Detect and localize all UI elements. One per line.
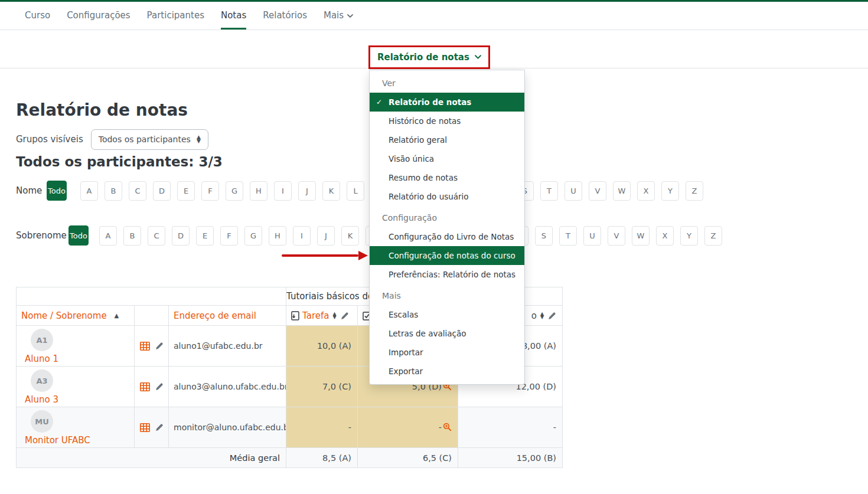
surname-letter-k[interactable]: K (341, 226, 359, 246)
groups-select[interactable]: Todos os participantes ▲▼ (91, 129, 208, 150)
nav-tab-configuracoes[interactable]: Configurações (67, 2, 130, 30)
edit-pencil-icon[interactable] (155, 382, 164, 391)
avatar: A3 (31, 369, 53, 392)
user-grades-grid-icon[interactable] (140, 342, 150, 351)
surname-filter-label: Sobrenome (16, 230, 68, 241)
surname-letter-y[interactable]: Y (680, 226, 698, 246)
firstname-letter-i[interactable]: I (274, 181, 292, 201)
menu-item-visao-unica[interactable]: Visão única (370, 149, 524, 168)
surname-letter-h[interactable]: H (269, 226, 286, 246)
surname-letter-f[interactable]: F (220, 226, 238, 246)
firstname-letter-e[interactable]: E (177, 181, 195, 201)
firstname-letter-c[interactable]: C (129, 181, 146, 201)
menu-item-escalas[interactable]: Escalas (370, 305, 524, 324)
firstname-letter-u[interactable]: U (564, 181, 582, 201)
firstname-letter-z[interactable]: Z (686, 181, 703, 201)
edit-pencil-icon[interactable] (340, 312, 349, 320)
menu-item-configuracao-de-notas-do-curso[interactable]: Configuração de notas do curso (370, 246, 524, 265)
firstname-letter-h[interactable]: H (250, 181, 267, 201)
tarefa-sort-link[interactable]: Tarefa (302, 310, 329, 321)
surname-letter-x[interactable]: X (656, 226, 674, 246)
firstname-letter-j[interactable]: J (298, 181, 316, 201)
menu-item-label: Exportar (389, 367, 423, 376)
surname-letter-v[interactable]: V (608, 226, 625, 246)
firstname-letter-a[interactable]: A (80, 181, 98, 201)
chevron-down-icon (475, 55, 481, 60)
menu-item-importar[interactable]: Importar (370, 343, 524, 362)
firstname-all-button[interactable]: Todo (47, 181, 67, 201)
edit-pencil-icon[interactable] (155, 423, 164, 432)
student-row: MUMonitor UFABCmonitor@aluno.ufabc.edu.b… (17, 407, 563, 448)
nav-tab-relatorios[interactable]: Relatórios (263, 2, 307, 30)
student-name-link[interactable]: Aluno 1 (25, 354, 58, 364)
email-sort-link[interactable]: Endereço de email (174, 310, 256, 321)
average-quiz: 6,5 (C) (358, 448, 458, 468)
menu-item-label: Resumo de notas (389, 173, 458, 182)
grade-cell-tarefa: 7,0 (C) (286, 367, 358, 407)
sort-toggle-icon[interactable]: ▲▼ (540, 312, 544, 319)
zoom-plus-icon[interactable] (443, 423, 452, 431)
check-icon: ✓ (376, 98, 382, 106)
nav-tab-notas[interactable]: Notas (221, 2, 246, 30)
menu-item-exportar[interactable]: Exportar (370, 362, 524, 381)
menu-item-resumo-de-notas[interactable]: Resumo de notas (370, 168, 524, 187)
name-sort-link[interactable]: Nome / Sobrenome (21, 310, 107, 321)
surname-letter-e[interactable]: E (196, 226, 214, 246)
sort-toggle-icon[interactable]: ▲▼ (332, 312, 336, 319)
surname-letter-a[interactable]: A (99, 226, 117, 246)
firstname-letter-k[interactable]: K (322, 181, 340, 201)
firstname-letter-v[interactable]: V (589, 181, 606, 201)
menu-item-historico-de-notas[interactable]: Histórico de notas (370, 112, 524, 130)
surname-letter-g[interactable]: G (244, 226, 262, 246)
grade-cell-tarefa: - (286, 407, 358, 448)
nav-tab-curso[interactable]: Curso (25, 2, 50, 30)
menu-item-letras-de-avaliacao[interactable]: Letras de avaliação (370, 324, 524, 343)
firstname-letter-y[interactable]: Y (661, 181, 679, 201)
menu-item-relatorio-do-usuario[interactable]: Relatório do usuário (370, 187, 524, 206)
firstname-letter-x[interactable]: X (637, 181, 655, 201)
menu-item-configuracao-do-livro-de-notas[interactable]: Configuração do Livro de Notas (370, 227, 524, 246)
nav-tab-mais[interactable]: Mais (324, 2, 353, 30)
overall-average-row: Média geral 8,5 (A) 6,5 (C) 15,00 (B) (17, 448, 563, 468)
firstname-letter-f[interactable]: F (201, 181, 219, 201)
firstname-letter-d[interactable]: D (153, 181, 171, 201)
firstname-letter-l[interactable]: L (347, 181, 364, 201)
edit-pencil-icon[interactable] (155, 342, 164, 351)
menu-item-label: Importar (389, 348, 423, 357)
surname-letter-d[interactable]: D (172, 226, 190, 246)
menu-item-relatorio-de-notas[interactable]: ✓Relatório de notas (370, 93, 524, 112)
surname-letter-j[interactable]: J (317, 226, 335, 246)
surname-letter-s[interactable]: S (535, 226, 553, 246)
menu-item-relatorio-geral[interactable]: Relatório geral (370, 130, 524, 149)
annotation-arrow-line (282, 254, 358, 257)
student-name-cell: A3Aluno 3 (17, 367, 135, 407)
surname-letter-i[interactable]: I (293, 226, 311, 246)
firstname-letter-w[interactable]: W (613, 181, 631, 201)
firstname-letter-t[interactable]: T (540, 181, 558, 201)
annotation-arrow-head (358, 251, 368, 260)
name-column-header: Nome / Sobrenome ▲ (17, 306, 135, 326)
firstname-letter-b[interactable]: B (105, 181, 122, 201)
student-email: monitor@aluno.ufabc.edu.br (169, 407, 286, 448)
grade-cell-quiz: - (358, 407, 458, 448)
grade-report-dropdown-button[interactable]: Relatório de notas (370, 47, 488, 67)
edit-pencil-icon[interactable] (547, 312, 556, 320)
nav-tab-participantes[interactable]: Participantes (147, 2, 204, 30)
user-grades-grid-icon[interactable] (140, 423, 150, 432)
surname-all-button[interactable]: Todo (68, 225, 89, 246)
moodle-gradebook-screen: CursoConfiguraçõesParticipantesNotasRela… (0, 0, 868, 494)
menu-item-preferencias-relatorio-de-notas[interactable]: Preferências: Relatório de notas (370, 265, 524, 284)
sort-asc-icon[interactable]: ▲ (114, 312, 119, 319)
student-name-link[interactable]: Aluno 3 (25, 394, 58, 405)
surname-letter-z[interactable]: Z (704, 226, 722, 246)
average-total: 15,00 (B) (458, 448, 563, 468)
firstname-letter-g[interactable]: G (226, 181, 243, 201)
student-name-link[interactable]: Monitor UFABC (25, 435, 90, 446)
surname-letter-b[interactable]: B (123, 226, 141, 246)
surname-letter-u[interactable]: U (583, 226, 601, 246)
actions-column-header (135, 306, 169, 326)
surname-letter-c[interactable]: C (148, 226, 165, 246)
surname-letter-w[interactable]: W (632, 226, 650, 246)
surname-letter-t[interactable]: T (559, 226, 577, 246)
user-grades-grid-icon[interactable] (140, 382, 150, 391)
